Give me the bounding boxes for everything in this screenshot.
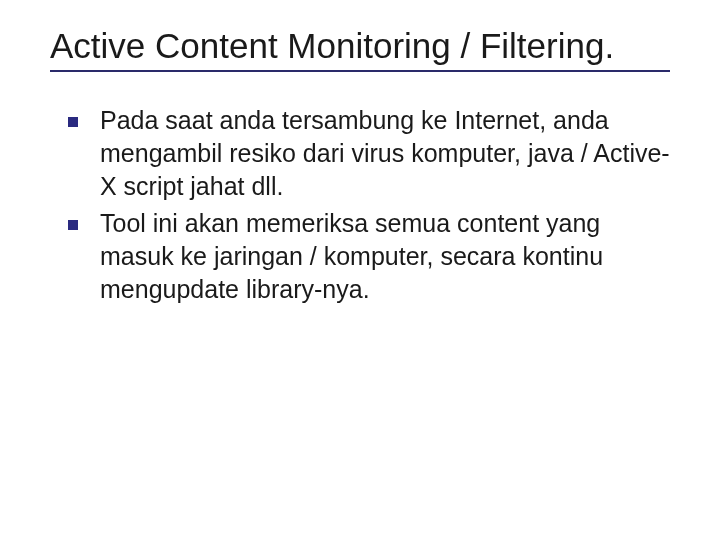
square-bullet-icon: [68, 220, 78, 230]
slide-title: Active Content Monitoring / Filtering.: [50, 24, 670, 72]
list-item: Tool ini akan memeriksa semua content ya…: [68, 207, 670, 306]
bullet-text: Tool ini akan memeriksa semua content ya…: [100, 207, 670, 306]
slide-container: Active Content Monitoring / Filtering. P…: [0, 0, 720, 540]
square-bullet-icon: [68, 117, 78, 127]
bullet-list: Pada saat anda tersambung ke Internet, a…: [50, 104, 670, 306]
bullet-text: Pada saat anda tersambung ke Internet, a…: [100, 104, 670, 203]
list-item: Pada saat anda tersambung ke Internet, a…: [68, 104, 670, 203]
